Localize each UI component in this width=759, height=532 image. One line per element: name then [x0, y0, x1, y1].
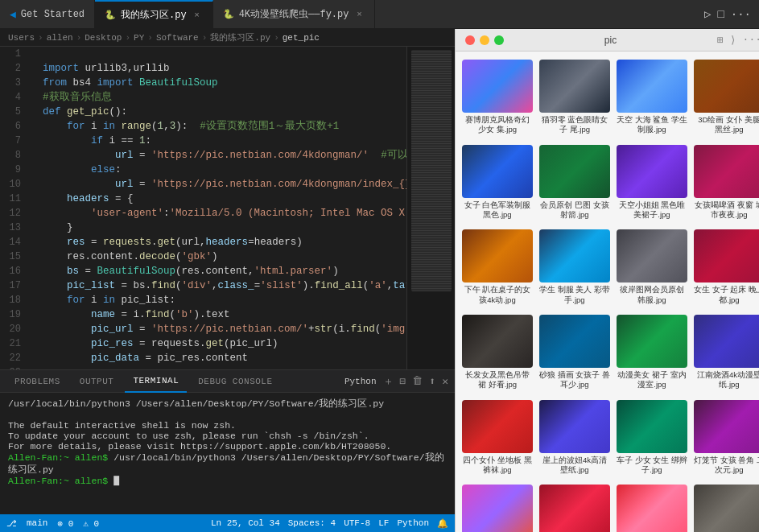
code-editor[interactable]: 1 2 import urllib3,urllib 3 from bs4 imp…	[0, 47, 406, 369]
file-thumbnail	[617, 400, 687, 453]
tab-4k-crawler[interactable]: 🐍 4K动漫壁纸爬虫——fy.py ×	[213, 0, 376, 29]
list-item[interactable]: 车子 少女 女生 绑辫子.jpg	[615, 397, 689, 479]
list-item[interactable]: 天空 大海 鲨鱼 学生制服.jpg	[615, 56, 689, 138]
list-item[interactable]: 江南烧酒4k动漫壁纸.jpg	[692, 311, 759, 394]
list-item[interactable]: 女生 女子 起床 晚上 都.jpg	[692, 226, 759, 308]
encoding: UTF-8	[344, 518, 370, 529]
split-editor-button[interactable]: □	[717, 8, 724, 21]
file-label: 彼岸图网会员原创 韩服.jpg	[617, 285, 687, 305]
list-item[interactable]: 崖上的波妞4k高清壁纸.jpg	[538, 397, 612, 479]
minimap-content	[411, 50, 452, 291]
file-thumbnail	[617, 315, 687, 368]
file-label: 天空小姐姐 黑色唯美裙子.jpg	[617, 200, 687, 221]
list-item[interactable]: 长发女及黑色吊带裙 好看.jpg	[460, 311, 534, 394]
minimap	[406, 47, 455, 369]
split-terminal-button[interactable]: ⊟	[400, 375, 406, 388]
debug-console-tab[interactable]: DEBUG CONSOLE	[190, 370, 280, 393]
tab-icon: ◀	[10, 8, 16, 21]
list-item[interactable]: 女子 白色军装制服 黑色.jpg	[460, 142, 534, 224]
output-tab[interactable]: OUTPUT	[72, 370, 122, 393]
list-item[interactable]: 天空小姐姐 黑色唯美裙子.jpg	[615, 142, 689, 224]
code-line: 10 url = 'https://pic.netbian.com/4kdong…	[0, 177, 406, 192]
status-bar: ⎇ main ⊗ 0 ⚠ 0 Ln 25, Col 34 Spaces: 4 U…	[0, 514, 455, 532]
tab-get-started[interactable]: ◀ Get Started	[0, 0, 95, 29]
close-window-button[interactable]	[465, 35, 475, 45]
warning-count: ⚠ 0	[83, 518, 99, 529]
code-line: 14 res = requests.get(url,headers=header…	[0, 235, 406, 250]
terminal-line: The default interactive shell is now zsh…	[8, 420, 447, 431]
file-label: 3D绘画 女仆 美腿 黑丝.jpg	[694, 115, 759, 135]
file-label: 赛博朋克风格奇幻少女 集.jpg	[462, 115, 533, 135]
list-item[interactable]: 灯笼节 女孩 兽角 二次元.jpg	[692, 397, 759, 479]
fb-more-button[interactable]: ···	[743, 34, 759, 47]
list-item[interactable]: 学生 制服 美人 彩带 手.jpg	[538, 226, 612, 308]
file-thumbnail	[694, 485, 759, 532]
problems-tab[interactable]: PROBLEMS	[6, 370, 68, 393]
tab-actions: ▷ □ ···	[704, 7, 759, 21]
kill-terminal-button[interactable]: 🗑	[412, 375, 423, 387]
terminal-tab[interactable]: TERMINAL	[125, 370, 187, 393]
fb-window-title: pic	[604, 35, 617, 46]
tab-label: 4K动漫壁纸爬虫——fy.py	[239, 7, 349, 21]
terminal-line: /usr/local/bin/python3 /Users/allen/Desk…	[8, 398, 447, 410]
more-actions-button[interactable]: ···	[731, 8, 751, 21]
traffic-lights	[465, 35, 504, 45]
add-terminal-button[interactable]: ＋	[383, 374, 394, 389]
fb-grid-view-button[interactable]: ⊞	[717, 34, 724, 47]
list-item[interactable]: 砂狼 插画 女孩子 兽耳少.jpg	[538, 311, 612, 394]
file-label: 学生 制服 美人 彩带 手.jpg	[539, 285, 610, 305]
file-thumbnail	[694, 400, 759, 453]
code-line: 9 else:	[0, 163, 406, 177]
file-label: 会员原创 巴图 女孩 射箭.jpg	[539, 200, 610, 221]
code-line: 1	[0, 47, 406, 61]
list-item[interactable]: 猫羽零 蓝色眼睛女子 尾.jpg	[538, 56, 612, 138]
run-button[interactable]: ▷	[704, 7, 711, 21]
code-line: 22 pic_data = pic_res.content	[0, 351, 406, 365]
list-item[interactable]: 动漫美女 裙子 室内漫室.jpg	[615, 311, 689, 394]
code-line: 20 pic_url = 'https://pic.netbian.com/'+…	[0, 322, 406, 336]
line-ending: LF	[378, 518, 389, 529]
code-line: 13 }	[0, 221, 406, 235]
tab-bar: ◀ Get Started 🐍 我的练习区.py × 🐍 4K动漫壁纸爬虫——f…	[0, 0, 759, 29]
python-icon-2: 🐍	[223, 9, 234, 19]
code-line: 12 'user-agent':'Mozilla/5.0 (Macintosh;…	[0, 206, 406, 221]
file-label: 车子 少女 女生 绑辫子.jpg	[617, 456, 687, 476]
code-line: 11 headers = {	[0, 192, 406, 206]
list-item[interactable]: 下午 趴在桌子的女孩4k动.jpg	[460, 226, 534, 308]
terminal-line: Allen-Fan:~ allen$ █	[8, 476, 447, 486]
file-label: 女孩喝啤酒 夜窗 城市夜夜.jpg	[694, 200, 759, 221]
terminal-line: For more details, please visit https://s…	[8, 441, 447, 452]
file-thumbnail	[539, 60, 610, 113]
minimize-window-button[interactable]	[480, 35, 489, 45]
tab-close-button-2[interactable]: ×	[353, 9, 365, 20]
fb-action-button[interactable]: ⟩	[730, 34, 736, 47]
list-item[interactable]: 四个女仆 坐地板 黑裤袜.jpg	[460, 397, 534, 479]
code-line: 3 from bs4 import BeautifulSoup	[0, 76, 406, 90]
maximize-window-button[interactable]	[494, 35, 504, 45]
list-item[interactable]: 彼岸图网会员原创 韩服.jpg	[615, 226, 689, 308]
python-label: Python	[344, 377, 377, 386]
maximize-panel-button[interactable]: ⬆	[429, 375, 435, 388]
file-thumbnail	[462, 400, 533, 453]
list-item[interactable]: 黑白魔女 红色头发 美女.jpg	[538, 481, 612, 532]
tab-my-practice[interactable]: 🐍 我的练习区.py ×	[95, 0, 213, 29]
spaces: Spaces: 4	[288, 518, 336, 529]
list-item[interactable]: 女孩喝啤酒 夜窗 城市夜夜.jpg	[692, 142, 759, 224]
list-item[interactable]: 会员原创 巴图 女孩 射箭.jpg	[538, 142, 612, 224]
terminal-content[interactable]: /usr/local/bin/python3 /Users/allen/Desk…	[0, 393, 455, 514]
code-line: 7 if i == 1:	[0, 134, 406, 148]
list-item[interactable]: 3D绘画 女仆 美腿 黑丝.jpg	[692, 56, 759, 138]
language: Python	[397, 518, 429, 529]
list-item[interactable]: 三体智子高清4k 动漫壁纸.jpg	[615, 481, 689, 532]
file-thumbnail	[694, 145, 759, 198]
list-item[interactable]: 学生 校服 彩带 手机 大.jpg	[692, 481, 759, 532]
file-grid: 赛博朋克风格奇幻少女 集.jpg 猫羽零 蓝色眼睛女子 尾.jpg 天空 大海 …	[456, 52, 759, 532]
close-panel-button[interactable]: ✕	[442, 375, 448, 388]
list-item[interactable]: 赛博朋克风格奇幻少女 集.jpg	[460, 56, 534, 138]
notification-bell: 🔔	[437, 518, 448, 529]
file-thumbnail	[539, 229, 610, 282]
tab-close-button[interactable]: ×	[192, 10, 203, 21]
file-thumbnail	[462, 485, 533, 532]
list-item[interactable]: 短发女孩 袜子 窗户 云.jpg	[460, 481, 534, 532]
file-label: 猫羽零 蓝色眼睛女子 尾.jpg	[539, 115, 610, 135]
